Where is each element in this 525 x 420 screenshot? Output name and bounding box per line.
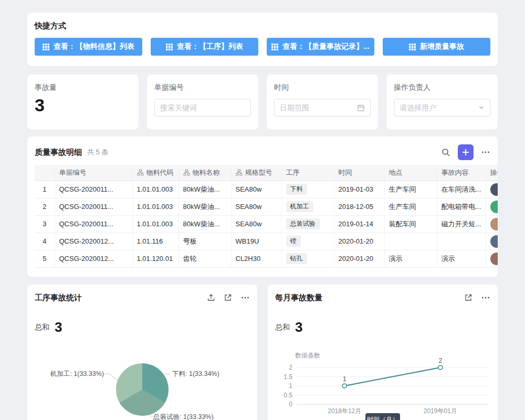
grid-icon — [166, 44, 173, 50]
cell-material-name: 80kW柴油... — [178, 181, 231, 198]
cell-operator — [486, 181, 498, 198]
avatar — [490, 183, 498, 196]
shortcut-view-material-list-button[interactable]: 查看：【物料信息】列表 — [35, 38, 142, 56]
y-tick-label: 1 — [289, 382, 292, 390]
tree-icon — [137, 169, 144, 176]
process-tag: 下料 — [286, 184, 307, 195]
data-point-label: 1 — [343, 375, 346, 383]
shortcut-view-incident-records-button[interactable]: 查看：【质量事故记录】... — [267, 38, 374, 56]
cell-index: 5 — [35, 250, 55, 267]
table-row[interactable]: 3 QCSG-2020011... 1.01.01.003 80kW柴油... … — [35, 215, 498, 233]
process-tag: 镗 — [286, 236, 301, 247]
process-tag: 钻孔 — [286, 253, 307, 264]
user-select-input[interactable] — [400, 103, 475, 112]
pie-total-value: 3 — [55, 319, 62, 335]
cell-doc-no: QCSG-2020011... — [55, 215, 132, 233]
table-scroll-area[interactable]: 单据编号 物料代码 物料名称 规格型号 工序 时间 地点 事故内容 操作负责人 … — [35, 165, 498, 268]
cell-place — [384, 233, 437, 250]
cell-operator — [486, 215, 498, 233]
x-tick-label: 2019年01月 — [424, 407, 457, 415]
cell-spec: SEA80w — [231, 198, 281, 215]
calendar-icon[interactable] — [357, 104, 365, 112]
col-header-material-name[interactable]: 物料名称 — [178, 165, 231, 181]
table-row[interactable]: 4 QCSG-2020012... 1.01.116 弯板 WB19U 镗 20… — [35, 233, 498, 250]
cell-content — [437, 233, 486, 250]
cell-material-code: 1.01.01.003 — [132, 215, 178, 233]
more-icon[interactable] — [481, 148, 490, 157]
col-header-place[interactable]: 地点 — [384, 165, 437, 181]
pie-card-title: 工序事故统计 — [35, 293, 82, 302]
col-header-time[interactable]: 时间 — [334, 165, 384, 181]
shortcuts-title: 快捷方式 — [35, 21, 490, 31]
cell-material-name: 齿轮 — [178, 250, 231, 267]
line-chart[interactable]: 数据条数 时间（月） 00.511.522018年12月2019年01月12 — [268, 350, 498, 420]
open-in-new-icon[interactable] — [464, 293, 472, 302]
col-header-operator[interactable]: 操作负责人 — [486, 165, 498, 181]
pie-slice-label-right: 下料: 1(33.34%) — [172, 370, 219, 379]
avatar — [490, 253, 498, 265]
cell-spec: SEA80w — [231, 215, 281, 233]
search-icon[interactable] — [441, 148, 450, 157]
dashboard-page: 快捷方式 查看：【物料信息】列表 查看：【工序】列表 查看：【质量事故记录】..… — [0, 0, 525, 420]
avatar — [490, 218, 498, 230]
cell-content: 在车间清洗... — [437, 181, 486, 198]
line-total-label: 总和 — [275, 323, 290, 332]
cell-material-name: 80kW柴油... — [178, 215, 231, 233]
shortcut-new-incident-button[interactable]: 新增质量事故 — [383, 38, 490, 56]
download-icon[interactable] — [207, 293, 215, 302]
col-header-doc-no[interactable]: 单据编号 — [55, 165, 132, 181]
open-in-new-icon[interactable] — [224, 293, 232, 302]
col-header-process[interactable]: 工序 — [281, 165, 334, 181]
incident-count-label: 事故量 — [35, 83, 131, 92]
cell-process: 钻孔 — [281, 250, 334, 267]
x-axis-title: 时间（月） — [367, 416, 398, 420]
cell-time: 2018-12-05 — [334, 198, 384, 215]
col-header-content[interactable]: 事故内容 — [437, 165, 486, 181]
data-point[interactable] — [342, 384, 346, 388]
date-range-box — [274, 99, 371, 117]
table-row[interactable]: 5 QCSG-2020012... 1.01.120.01 齿轮 CL2H30 … — [35, 250, 498, 267]
line-card-toolbar — [464, 293, 490, 302]
add-record-button[interactable] — [458, 144, 474, 160]
y-axis-title: 数据条数 — [295, 352, 320, 359]
incidents-table: 单据编号 物料代码 物料名称 规格型号 工序 时间 地点 事故内容 操作负责人 … — [35, 165, 498, 268]
cell-place: 装配车间 — [384, 215, 437, 233]
operator-filter-label: 操作负责人 — [394, 83, 490, 92]
incident-detail-title: 质量事故明细 — [35, 148, 82, 158]
cell-place: 演示 — [384, 250, 437, 267]
cell-doc-no: QCSG-2020011... — [55, 181, 132, 198]
more-icon[interactable] — [240, 293, 250, 302]
grid-icon — [43, 44, 49, 50]
cell-doc-no: QCSG-2020012... — [55, 250, 132, 267]
plus-icon — [462, 149, 469, 156]
time-filter-card: 时间 — [267, 75, 378, 130]
table-row[interactable]: 1 QCSG-2020011... 1.01.01.003 80kW柴油... … — [35, 181, 498, 198]
tree-icon — [183, 169, 190, 176]
shortcut-view-process-list-button[interactable]: 查看：【工序】列表 — [151, 38, 258, 56]
pie-slice-label-left: 机加工: 1(33.33%) — [43, 370, 104, 379]
data-point[interactable] — [438, 365, 443, 370]
pie-total-row: 总和 3 — [35, 319, 62, 335]
col-header-spec[interactable]: 规格型号 — [231, 165, 281, 181]
table-header-row: 单据编号 物料代码 物料名称 规格型号 工序 时间 地点 事故内容 操作负责人 — [35, 165, 498, 181]
cell-place: 生产车间 — [384, 198, 437, 215]
table-row[interactable]: 2 QCSG-2020011... 1.01.01.003 80kW柴油... … — [35, 198, 498, 215]
col-header-index — [35, 165, 55, 181]
cell-spec: SEA80w — [231, 181, 281, 198]
doc-no-filter-card: 单据编号 — [147, 75, 258, 130]
col-header-material-code[interactable]: 物料代码 — [132, 165, 178, 181]
shortcut-label: 新增质量事故 — [420, 42, 464, 51]
process-incident-stats-card: 工序事故统计 总和 3 机加工: 1(33.33%) 下料: 1(33.34%)… — [27, 285, 257, 420]
cell-place: 生产车间 — [384, 181, 437, 198]
cell-material-code: 1.01.01.003 — [132, 181, 178, 198]
grid-icon — [271, 44, 278, 50]
more-icon[interactable] — [481, 293, 490, 302]
doc-no-filter-label: 单据编号 — [154, 83, 251, 92]
user-select[interactable] — [394, 99, 490, 117]
date-range-input[interactable] — [280, 103, 354, 112]
avatar — [490, 235, 498, 248]
shortcuts-card: 快捷方式 查看：【物料信息】列表 查看：【工序】列表 查看：【质量事故记录】..… — [27, 13, 498, 66]
pie-chart[interactable] — [116, 363, 169, 416]
doc-no-search-input[interactable] — [160, 103, 245, 112]
line-card-header: 每月事故数量 — [268, 285, 498, 303]
